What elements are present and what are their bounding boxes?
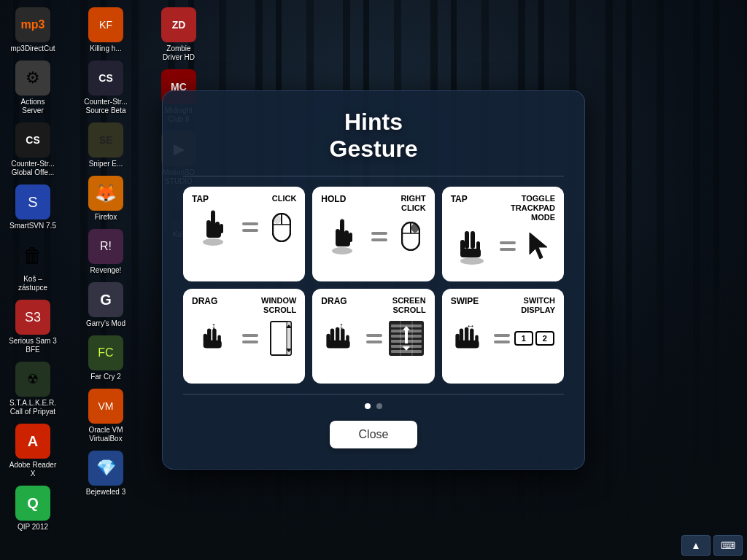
- hint-card-header: DRAG SCREENSCROLL: [321, 296, 425, 315]
- hint-card-header: SWIPE SWITCHDISPLAY: [451, 296, 555, 315]
- hint-card-hold-rightclick: HOLD RIGHTCLICK: [312, 187, 434, 281]
- hint-visual-switchdisplay: ↔ 1 2: [451, 319, 555, 357]
- hint-card-header: HOLD RIGHTCLICK: [321, 194, 425, 213]
- svg-point-5: [211, 210, 215, 215]
- pagination-dots: [183, 403, 564, 409]
- pagination-dot-2[interactable]: [376, 403, 382, 409]
- mouse-right-icon: [401, 222, 420, 251]
- hint-action-drag2: DRAG: [321, 296, 347, 306]
- hint-card-drag-windowscroll: DRAG WINDOWSCROLL ↕: [183, 289, 305, 384]
- svg-rect-57: [405, 330, 408, 343]
- hints-grid: TAP CLICK: [183, 187, 564, 384]
- hint-card-header: DRAG WINDOWSCROLL: [192, 296, 296, 315]
- hint-card-drag-screenscroll: DRAG SCREENSCROLL ↕: [312, 289, 434, 384]
- svg-point-0: [203, 238, 223, 246]
- window-scroll-icon: [269, 320, 293, 357]
- equals-icon: [366, 334, 382, 343]
- cursor-icon: [527, 231, 551, 260]
- svg-rect-65: [455, 341, 479, 349]
- hint-card-tap-click: TAP CLICK: [183, 187, 305, 281]
- dialog-title: Hints Gesture: [183, 109, 564, 163]
- svg-rect-12: [340, 222, 344, 239]
- hint-action-hold: HOLD: [321, 194, 346, 204]
- hint-card-swipe-switchdisplay: SWIPE SWITCHDISPLAY ↔: [442, 289, 564, 384]
- equals-icon: [242, 222, 258, 232]
- equals-icon: [500, 241, 516, 251]
- hint-visual-trackpad: [451, 227, 555, 265]
- hints-overlay: Hints Gesture TAP CLICK: [0, 0, 747, 560]
- hint-action-tap1: TAP: [192, 194, 209, 204]
- display-box-1: 1: [514, 331, 533, 346]
- hint-action-drag1: DRAG: [192, 296, 217, 306]
- close-button[interactable]: Close: [330, 421, 418, 448]
- hint-result-rightclick: RIGHTCLICK: [400, 194, 425, 213]
- hint-visual-screenscroll: ↕: [321, 319, 425, 357]
- svg-rect-6: [206, 229, 221, 238]
- hint-result-windowscroll: WINDOWSCROLL: [261, 296, 296, 315]
- equals-icon: [371, 232, 387, 241]
- two-finger-icon: [454, 227, 489, 265]
- svg-rect-24: [471, 231, 475, 249]
- hint-visual-windowscroll: ↕: [192, 319, 296, 357]
- svg-rect-1: [211, 213, 215, 230]
- hint-visual-tap-click: [192, 209, 296, 246]
- separator-top: [183, 176, 564, 176]
- pagination-dot-1[interactable]: [365, 403, 371, 409]
- svg-point-16: [340, 219, 344, 225]
- svg-point-11: [332, 247, 352, 254]
- hint-visual-hold: [321, 217, 425, 255]
- svg-rect-23: [465, 231, 469, 249]
- mouse-left-icon: [272, 213, 291, 242]
- display-switch-boxes: 1 2: [514, 331, 554, 346]
- svg-rect-34: [203, 341, 221, 349]
- separator-mid: [183, 394, 564, 394]
- hint-card-header: TAP TOGGLETRACKPADMODE: [451, 194, 555, 223]
- hint-result-click: CLICK: [272, 194, 297, 203]
- hints-dialog: Hints Gesture TAP CLICK: [162, 90, 585, 470]
- hint-result-screenscroll: SCREENSCROLL: [392, 296, 426, 315]
- hint-result-switchdisplay: SWITCHDISPLAY: [521, 296, 555, 315]
- equals-icon: [242, 334, 258, 343]
- hint-card-tap-trackpad: TAP TOGGLETRACKPADMODE: [442, 187, 564, 281]
- svg-rect-21: [411, 223, 419, 233]
- svg-rect-10: [274, 214, 281, 224]
- hint-result-trackpad: TOGGLETRACKPADMODE: [511, 194, 555, 223]
- equals-icon: [494, 334, 510, 343]
- one-finger-hold-icon: [327, 217, 357, 255]
- three-finger-drag-icon: ↕: [322, 319, 360, 357]
- svg-rect-27: [460, 249, 481, 257]
- svg-point-22: [460, 257, 484, 265]
- svg-marker-28: [530, 233, 547, 259]
- screen-scroll-icon: [388, 320, 425, 357]
- three-finger-swipe-icon: ↔: [452, 319, 489, 357]
- svg-rect-17: [336, 238, 350, 246]
- hint-card-header: TAP CLICK: [192, 194, 296, 204]
- hint-action-tap2: TAP: [451, 194, 468, 204]
- svg-rect-46: [327, 341, 350, 349]
- hint-action-swipe: SWIPE: [451, 296, 479, 306]
- two-finger-drag-icon: ↕: [196, 319, 231, 357]
- display-box-2: 2: [535, 331, 554, 346]
- one-finger-icon: [198, 209, 228, 246]
